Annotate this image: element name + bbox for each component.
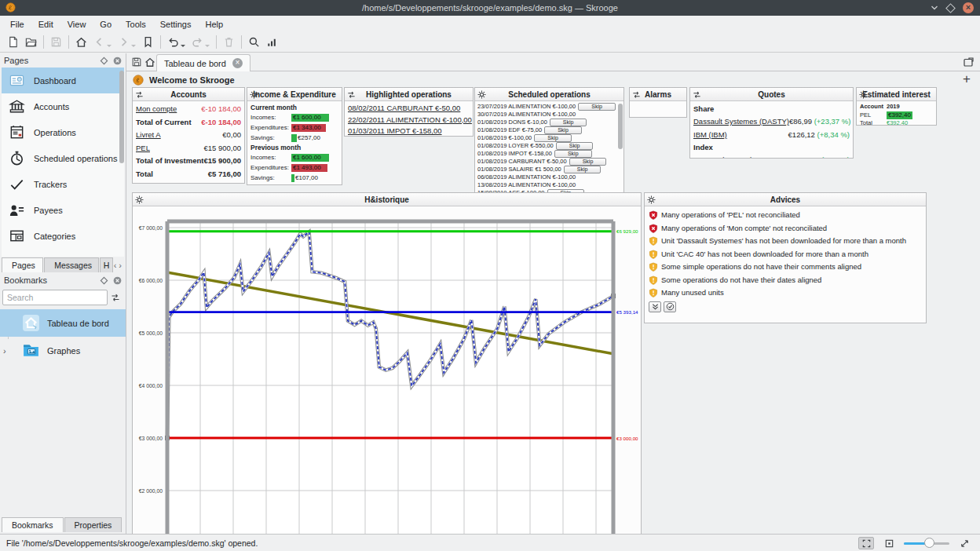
- highlighted-operation-link[interactable]: 01/03/2011 IMPOT €-158,00: [348, 126, 470, 137]
- filter-icon[interactable]: [111, 293, 120, 302]
- skip-button[interactable]: Skip: [578, 103, 616, 111]
- sidebar-item-trackers[interactable]: Trackers: [2, 171, 124, 197]
- sidebar-item-dashboard[interactable]: Dashboard: [2, 68, 124, 93]
- advice-item[interactable]: Many operations of 'PEL' not reconciliat…: [649, 209, 922, 222]
- zoom-slider[interactable]: [904, 537, 949, 549]
- open-folder-button[interactable]: [22, 34, 40, 51]
- home-page-icon[interactable]: [144, 57, 155, 68]
- advice-item[interactable]: Many unused units: [649, 286, 922, 300]
- highlighted-operation-link[interactable]: 22/02/2011 ALIMENTATION €-100,00: [348, 115, 470, 126]
- report-button[interactable]: [263, 34, 281, 51]
- close-window-icon[interactable]: ×: [963, 2, 974, 13]
- svg-text:€6 929,00: €6 929,00: [616, 228, 638, 234]
- skip-button[interactable]: Skip: [544, 126, 582, 134]
- expand-icon[interactable]: [956, 537, 972, 549]
- account-link[interactable]: Livret A: [136, 129, 161, 142]
- tab-pages[interactable]: Pages: [2, 257, 43, 272]
- home-button[interactable]: [72, 34, 90, 51]
- skip-button[interactable]: Skip: [550, 119, 587, 126]
- sidebar-item-operations[interactable]: Operations: [2, 119, 124, 145]
- advice-item[interactable]: Unit 'CAC 40' has not been downloaded fo…: [649, 248, 922, 261]
- pages-scrollbar[interactable]: [119, 71, 124, 163]
- close-panel-icon[interactable]: [113, 57, 122, 65]
- expander-icon[interactable]: ›: [3, 346, 6, 356]
- tab-messages[interactable]: Messages: [44, 257, 99, 272]
- menu-help[interactable]: Help: [198, 17, 230, 31]
- row-label: Savings:: [250, 133, 291, 143]
- account-link[interactable]: Mon compte: [136, 103, 177, 116]
- quote-link[interactable]: Dassault Systemes (DASTY): [693, 115, 789, 129]
- sidebar-item-accounts[interactable]: Accounts: [2, 93, 124, 119]
- menu-tools[interactable]: Tools: [119, 17, 153, 31]
- bookmark-button[interactable]: [139, 34, 157, 51]
- sidebar-item-categories[interactable]: Categories: [2, 223, 124, 249]
- menu-file[interactable]: File: [3, 17, 31, 31]
- skip-button[interactable]: Skip: [534, 134, 572, 142]
- account-balance: €15 900,00: [203, 142, 241, 155]
- skip-button[interactable]: Skip: [569, 158, 607, 166]
- zoom-slider-handle[interactable]: [924, 538, 934, 548]
- float-panel-icon[interactable]: [100, 57, 108, 65]
- advice-item[interactable]: Many operations of 'Mon compte' not reco…: [649, 222, 922, 235]
- advice-item[interactable]: Unit 'Dassault Systemes' has not been do…: [649, 235, 922, 248]
- highlighted-operation-link[interactable]: 08/02/2011 CARBURANT €-50,00: [348, 103, 470, 115]
- widget-title: Quotes: [690, 90, 853, 99]
- save-icon: [50, 36, 62, 48]
- skip-button[interactable]: Skip: [556, 142, 594, 150]
- income-expenditure-row: Savings:€107,00: [250, 173, 338, 183]
- dropdown-caret-icon[interactable]: [181, 45, 185, 47]
- quote-link[interactable]: IBM (IBM): [693, 129, 727, 142]
- scheduled-operation-row: 23/07/2019 ALIMENTATION €-100,00Skip: [477, 103, 616, 111]
- maximize-icon[interactable]: [945, 3, 956, 13]
- add-widget-button[interactable]: +: [963, 71, 971, 87]
- tab-history[interactable]: H: [100, 257, 113, 272]
- svg-text:€2 000,00: €2 000,00: [139, 488, 163, 494]
- value-bar: [291, 134, 297, 142]
- tab-scroll-arrows[interactable]: ‹›: [114, 261, 126, 272]
- account-row: Total of Investment€15 900,00: [136, 155, 241, 168]
- close-panel-icon[interactable]: [113, 276, 122, 285]
- bookmark-search-input[interactable]: [2, 290, 108, 305]
- new-document-button[interactable]: [4, 34, 22, 51]
- sidebar-item-label: Trackers: [34, 180, 67, 189]
- tab-tableau-de-bord[interactable]: Tableau de bord ×: [156, 54, 250, 71]
- save-page-icon[interactable]: [131, 57, 142, 68]
- detach-tab-icon[interactable]: [963, 57, 974, 68]
- check-icon: [9, 176, 25, 192]
- apply-advice-button[interactable]: [664, 301, 676, 312]
- bookmark-item-tableau-de-bord[interactable]: Tableau de bord: [0, 309, 126, 337]
- advice-item[interactable]: Some simple operations do not have their…: [649, 261, 922, 274]
- dismiss-all-button[interactable]: [649, 301, 661, 312]
- minimize-icon[interactable]: [931, 4, 938, 12]
- undo-button[interactable]: [164, 34, 188, 51]
- skip-button[interactable]: Skip: [554, 150, 592, 158]
- menu-view[interactable]: View: [60, 17, 93, 31]
- dropdown-caret-icon: [205, 45, 210, 47]
- svg-text:€3 000,00: €3 000,00: [139, 436, 163, 441]
- account-row: Total€5 716,00: [136, 168, 241, 181]
- tab-properties[interactable]: Properties: [64, 517, 122, 532]
- scheduled-scrollbar[interactable]: [618, 104, 623, 149]
- account-link[interactable]: PEL: [136, 142, 150, 155]
- advice-item[interactable]: Some operations do not have their dates …: [649, 274, 922, 287]
- zoom-original-button[interactable]: [881, 537, 897, 549]
- float-panel-icon[interactable]: [100, 276, 108, 285]
- close-tab-icon[interactable]: ×: [232, 58, 243, 68]
- widget-title: Income & Expenditure: [247, 90, 342, 99]
- sidebar-item-payees[interactable]: Payees: [2, 197, 124, 223]
- trash-button: [220, 34, 238, 51]
- bookmark-icon: [142, 36, 154, 48]
- search-button[interactable]: [245, 34, 263, 51]
- zoom-fit-button[interactable]: [858, 537, 874, 549]
- menu-go[interactable]: Go: [93, 17, 119, 31]
- bookmark-item-graphes[interactable]: ›Graphes: [0, 337, 126, 364]
- widget-body: 08/02/2011 CARBURANT €-50,0022/02/2011 A…: [345, 101, 473, 137]
- account-row: Total of Current€-10 184,00: [136, 116, 241, 130]
- widget-title: Advices: [645, 195, 926, 204]
- menu-edit[interactable]: Edit: [31, 17, 60, 31]
- sidebar-item-scheduled-operations[interactable]: Scheduled operations: [2, 145, 124, 171]
- menu-settings[interactable]: Settings: [153, 17, 199, 31]
- tab-bookmarks[interactable]: Bookmarks: [2, 517, 64, 532]
- quote-link[interactable]: CAC 40 (CAC 40): [693, 154, 753, 159]
- skip-button[interactable]: Skip: [564, 166, 602, 173]
